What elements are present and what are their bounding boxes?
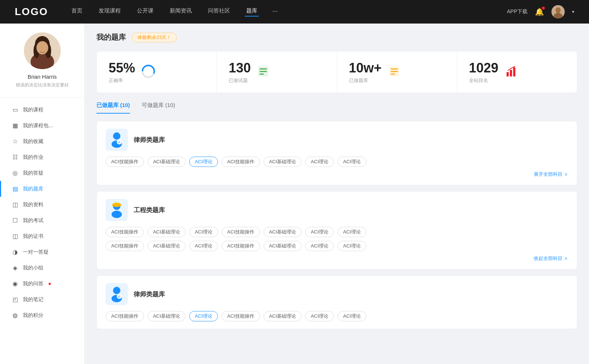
sidebar-item-exams[interactable]: ☐ 我的考试 bbox=[0, 213, 84, 228]
stat-done-banks: 10w+ 已做题库 bbox=[337, 51, 457, 93]
bank-tag[interactable]: ACI理论 bbox=[338, 311, 366, 321]
svg-rect-18 bbox=[391, 71, 398, 72]
bank-tag[interactable]: ACI理论 bbox=[305, 227, 334, 237]
question-bank-tabs: 已做题库 (10) 可做题库 (10) bbox=[96, 102, 577, 114]
bank-tag[interactable]: ACI基础理论 bbox=[264, 227, 302, 237]
svg-rect-22 bbox=[513, 68, 515, 76]
bank-footer-engineer: 收起全部科目 ∧ bbox=[106, 255, 568, 262]
app-download-link[interactable]: APP下载 bbox=[507, 8, 528, 15]
bank-tag[interactable]: ACI技能操作 bbox=[222, 241, 260, 251]
bank-tag[interactable]: ACI技能操作 bbox=[106, 241, 144, 251]
bank-tag[interactable]: ACI理论 bbox=[189, 241, 218, 251]
stat-done-questions-group: 130 已做试题 bbox=[229, 60, 251, 84]
bank-tag[interactable]: ACI基础理论 bbox=[264, 311, 302, 321]
stat-accuracy-value-group: 55% 正确率 bbox=[109, 60, 135, 84]
bank-tag[interactable]: ACI理论 bbox=[305, 241, 334, 251]
bank-tag[interactable]: ACI技能操作 bbox=[222, 227, 260, 237]
bank-tag[interactable]: ACI理论 bbox=[338, 241, 366, 251]
sidebar-item-notes[interactable]: ◰ 我的笔记 bbox=[0, 292, 84, 307]
done-banks-value: 10w+ bbox=[349, 60, 382, 76]
user-avatar[interactable] bbox=[551, 5, 565, 18]
sidebar-label-courses: 我的课程 bbox=[23, 107, 43, 113]
sidebar-label-points: 我的积分 bbox=[23, 312, 43, 319]
nav-discover[interactable]: 发现课程 bbox=[97, 7, 122, 17]
bank-tag-active[interactable]: ACI理论 bbox=[189, 157, 218, 167]
bank-tag[interactable]: ACI基础理论 bbox=[148, 227, 186, 237]
bank-header-lawyer-1: ✓ 律师类题库 bbox=[106, 129, 568, 151]
materials-icon: ◫ bbox=[12, 201, 18, 208]
exams-icon: ☐ bbox=[12, 217, 18, 224]
user-menu-chevron[interactable]: ▾ bbox=[572, 9, 574, 14]
bank-tag[interactable]: ACI技能操作 bbox=[222, 157, 260, 167]
bank-title-lawyer-1: 律师类题库 bbox=[134, 136, 165, 144]
tab-done-banks[interactable]: 已做题库 (10) bbox=[96, 102, 130, 113]
nav-home[interactable]: 首页 bbox=[70, 7, 84, 17]
bank-card-engineer: 工程类题库 ACI技能操作 ACI基础理论 ACI理论 ACI技能操作 ACI基… bbox=[96, 191, 577, 270]
notification-bell[interactable]: 🔔 bbox=[535, 7, 544, 16]
bank-tag[interactable]: ACI基础理论 bbox=[264, 157, 302, 167]
bank-tags-engineer-row1: ACI技能操作 ACI基础理论 ACI理论 ACI技能操作 ACI基础理论 AC… bbox=[106, 227, 568, 237]
bank-tag[interactable]: ACI理论 bbox=[189, 227, 218, 237]
svg-point-23 bbox=[514, 66, 515, 68]
sidebar-label-qa: 我的问答 bbox=[23, 281, 43, 287]
nav-question-bank[interactable]: 题库 bbox=[245, 7, 259, 17]
sidebar-item-questions[interactable]: ◎ 我的答疑 bbox=[0, 165, 84, 181]
svg-rect-13 bbox=[260, 68, 267, 69]
bank-tag[interactable]: ACI基础理论 bbox=[148, 241, 186, 251]
sidebar-item-certificates[interactable]: ◫ 我的证书 bbox=[0, 228, 84, 244]
bank-toggle-lawyer-1[interactable]: 展开全部科目 ∨ bbox=[534, 171, 568, 177]
nav-qa[interactable]: 问答社区 bbox=[207, 7, 232, 17]
sidebar-menu: ▭ 我的课程 ▦ 我的课程包... ☆ 我的收藏 ☷ 我的作业 ◎ 我的答疑 ▤… bbox=[0, 97, 84, 328]
logo: LOGO bbox=[15, 6, 48, 18]
trial-badge: 体验剩余23天！ bbox=[132, 33, 177, 42]
bank-tag[interactable]: ACI基础理论 bbox=[148, 157, 186, 167]
svg-rect-14 bbox=[260, 71, 267, 72]
questionbank-icon: ▤ bbox=[12, 185, 18, 192]
bank-tag[interactable]: ACI理论 bbox=[305, 157, 334, 167]
nav-right: APP下载 🔔 ▾ bbox=[507, 5, 574, 18]
bank-tag[interactable]: ACI基础理论 bbox=[148, 311, 186, 321]
questions-icon: ◎ bbox=[12, 169, 18, 176]
bank-tag[interactable]: ACI技能操作 bbox=[106, 227, 144, 237]
bank-toggle-engineer[interactable]: 收起全部科目 ∧ bbox=[534, 256, 568, 261]
sidebar-label-homework: 我的作业 bbox=[23, 154, 43, 161]
bank-tags-lawyer-1: ACI技能操作 ACI基础理论 ACI理论 ACI技能操作 ACI基础理论 AC… bbox=[106, 157, 568, 167]
bank-tag-active[interactable]: ACI理论 bbox=[189, 311, 218, 321]
page-title: 我的题库 bbox=[96, 32, 126, 42]
nav-public-course[interactable]: 公开课 bbox=[135, 7, 155, 17]
courses-icon: ▭ bbox=[12, 106, 18, 113]
sidebar-item-group[interactable]: ◈ 我的小组 bbox=[0, 260, 84, 276]
nav-news[interactable]: 新闻资讯 bbox=[168, 7, 193, 17]
bank-tag[interactable]: ACI基础理论 bbox=[264, 241, 302, 251]
bank-tag[interactable]: ACI技能操作 bbox=[106, 157, 144, 167]
bank-tag[interactable]: ACI技能操作 bbox=[222, 311, 260, 321]
done-banks-icon bbox=[388, 65, 401, 79]
bank-tag[interactable]: ACI理论 bbox=[305, 311, 334, 321]
sidebar-label-notes: 我的笔记 bbox=[23, 296, 43, 303]
tab-available-banks[interactable]: 可做题库 (10) bbox=[142, 102, 175, 113]
accuracy-chart-icon bbox=[141, 64, 156, 80]
sidebar-label-certificates: 我的证书 bbox=[23, 233, 43, 240]
nav-links: 首页 发现课程 公开课 新闻资讯 问答社区 题库 ··· bbox=[70, 7, 507, 17]
sidebar-item-favorites[interactable]: ☆ 我的收藏 bbox=[0, 133, 84, 149]
stat-ranking-group: 1029 全站排名 bbox=[469, 60, 498, 84]
sidebar-item-materials[interactable]: ◫ 我的资料 bbox=[0, 197, 84, 213]
sidebar-item-tutor[interactable]: ◑ 一对一答疑 bbox=[0, 244, 84, 260]
sidebar-item-homework[interactable]: ☷ 我的作业 bbox=[0, 149, 84, 165]
sidebar-item-qa[interactable]: ◉ 我的问答 bbox=[0, 276, 84, 292]
sidebar-item-courses[interactable]: ▭ 我的课程 bbox=[0, 102, 84, 118]
nav-more[interactable]: ··· bbox=[272, 7, 278, 17]
bank-tag[interactable]: ACI理论 bbox=[338, 157, 366, 167]
page-header: 我的题库 体验剩余23天！ bbox=[96, 32, 577, 42]
bank-tag[interactable]: ACI技能操作 bbox=[106, 311, 144, 321]
sidebar-item-questionbank[interactable]: ▤ 我的题库 bbox=[0, 181, 84, 197]
sidebar-item-points[interactable]: ◍ 我的积分 bbox=[0, 307, 84, 323]
sidebar-label-questionbank: 我的题库 bbox=[23, 186, 43, 192]
lawyer-2-icon: ✓ bbox=[106, 283, 128, 305]
done-questions-icon bbox=[257, 65, 270, 79]
certificates-icon: ◫ bbox=[12, 233, 18, 240]
svg-point-29 bbox=[112, 211, 122, 218]
bank-tag[interactable]: ACI理论 bbox=[338, 227, 366, 237]
sidebar-label-tutor: 一对一答疑 bbox=[23, 249, 49, 256]
sidebar-item-packages[interactable]: ▦ 我的课程包... bbox=[0, 118, 84, 133]
